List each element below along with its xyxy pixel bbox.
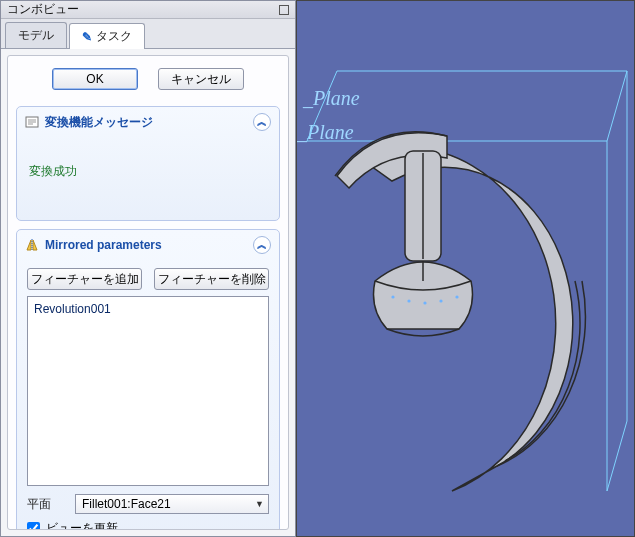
- tab-task[interactable]: ✎ タスク: [69, 23, 145, 49]
- pencil-icon: ✎: [82, 30, 92, 44]
- feature-list[interactable]: Revolution001: [27, 296, 269, 486]
- svg-point-17: [391, 295, 394, 298]
- remove-feature-button[interactable]: フィーチャーを削除: [154, 268, 269, 290]
- message-icon: [25, 115, 39, 129]
- plane-select-value: Fillet001:Face21: [82, 497, 171, 511]
- update-view-checkbox[interactable]: [27, 522, 40, 530]
- svg-marker-5: [33, 240, 37, 250]
- cancel-button[interactable]: キャンセル: [158, 68, 244, 90]
- ok-button[interactable]: OK: [52, 68, 138, 90]
- task-body: OK キャンセル 変換機能メッセージ ︽ 変換成功: [7, 55, 289, 530]
- svg-line-13: [607, 71, 627, 141]
- svg-point-21: [455, 295, 458, 298]
- svg-point-20: [439, 299, 442, 302]
- mirrored-parameters-group: Mirrored parameters ︽ フィーチャーを追加 フィーチャーを削…: [16, 229, 280, 530]
- transform-message-group: 変換機能メッセージ ︽ 変換成功: [16, 106, 280, 221]
- mirrored-parameters-title: Mirrored parameters: [45, 238, 162, 252]
- collapse-icon[interactable]: ︽: [253, 236, 271, 254]
- svg-line-9: [307, 71, 337, 141]
- chevron-down-icon: ▼: [255, 499, 264, 509]
- panel-titlebar: コンボビュー: [1, 1, 295, 19]
- dialog-buttons: OK キャンセル: [16, 64, 280, 98]
- plane-label: 平面: [27, 496, 69, 513]
- panel-title-text: コンボビュー: [7, 1, 79, 18]
- plane-select[interactable]: Fillet001:Face21 ▼: [75, 494, 269, 514]
- combo-view-panel: コンボビュー モデル ✎ タスク OK キャンセル 変換機能メッセージ ︽: [0, 0, 296, 537]
- tab-bar: モデル ✎ タスク: [1, 19, 295, 49]
- list-item[interactable]: Revolution001: [34, 301, 262, 317]
- mirror-icon: [25, 238, 39, 252]
- update-view-label: ビューを更新: [46, 520, 118, 530]
- dock-icon[interactable]: [279, 5, 289, 15]
- transform-message-text: 変換成功: [27, 145, 269, 210]
- svg-point-19: [423, 301, 426, 304]
- transform-message-title: 変換機能メッセージ: [45, 114, 153, 131]
- collapse-icon[interactable]: ︽: [253, 113, 271, 131]
- 3d-viewport[interactable]: _Plane _Plane: [296, 0, 635, 537]
- add-feature-button[interactable]: フィーチャーを追加: [27, 268, 142, 290]
- svg-point-18: [407, 299, 410, 302]
- svg-line-12: [607, 421, 627, 491]
- tab-model[interactable]: モデル: [5, 22, 67, 48]
- svg-marker-4: [27, 240, 31, 250]
